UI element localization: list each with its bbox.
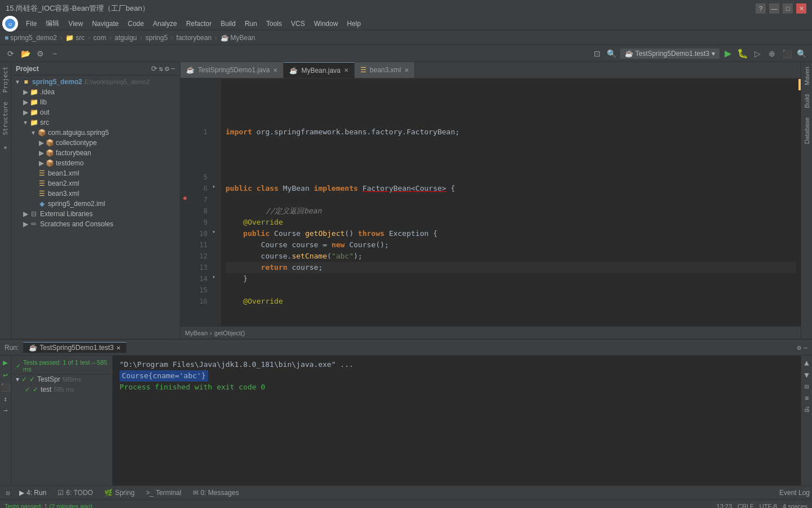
breadcrumb-com[interactable]: com	[93, 34, 106, 42]
run-tree-root[interactable]: ▾ ✓ ✓ TestSpr 585ms	[11, 374, 112, 384]
debug-button[interactable]: 🐛	[736, 47, 749, 60]
tab-bean3xml[interactable]: ☰ bean3.xml ✕	[355, 62, 415, 78]
tree-collectiontype[interactable]: ▶ 📦 collectiontype	[11, 138, 180, 148]
filter-icon[interactable]: ⊟	[805, 383, 809, 391]
breadcrumb-atguigu[interactable]: atguigu	[114, 34, 136, 42]
strip-icon[interactable]: ⊡	[6, 489, 10, 497]
indent-setting[interactable]: 4 spaces	[783, 503, 807, 509]
align-icon[interactable]: ≡	[805, 394, 809, 402]
favorites-icon[interactable]: ★	[1, 142, 10, 154]
run-configuration[interactable]: ☕ TestSpring5Demo1.test3 ▾	[620, 49, 720, 59]
coverage-button[interactable]: ▷	[751, 47, 764, 60]
tab-terminal[interactable]: >_ Terminal	[140, 488, 187, 498]
tab-mybean[interactable]: ☕ MyBean.java ✕	[284, 62, 354, 78]
menu-edit[interactable]: 编辑	[41, 17, 64, 29]
expand-all-icon[interactable]: ⇅	[159, 64, 164, 73]
code-editor-content[interactable]: import org.springframework.beans.factory…	[221, 79, 801, 326]
maven-icon[interactable]: Maven	[802, 64, 811, 87]
tab-spring[interactable]: 🌿 Spring	[99, 488, 140, 498]
breadcrumb-root[interactable]: ■ spring5_demo2	[5, 34, 57, 42]
menu-file[interactable]: File	[21, 19, 41, 29]
expand-button[interactable]: ⊡	[591, 47, 603, 60]
menu-refactor[interactable]: Refactor	[182, 19, 216, 29]
run-button[interactable]: ▶	[722, 47, 734, 60]
print-icon[interactable]: 🖨	[804, 405, 810, 413]
tree-ext-libs[interactable]: ▶ ⊟ External Libraries	[11, 209, 180, 219]
tree-idea[interactable]: ▶ 📁 .idea	[11, 87, 180, 97]
minus-button[interactable]: −	[48, 47, 61, 60]
run-settings-icon[interactable]: ⚙	[797, 344, 801, 352]
tree-bean1xml[interactable]: ▶ ☰ bean1.xml	[11, 168, 180, 178]
menu-window[interactable]: Window	[310, 19, 343, 29]
tab-testspring5[interactable]: ☕ TestSpring5Demo1.java ✕	[180, 62, 284, 78]
menu-navigate[interactable]: Navigate	[87, 19, 123, 29]
sync-button[interactable]: ⟳	[5, 47, 17, 60]
tree-factorybean[interactable]: ▶ 📦 factorybean	[11, 148, 180, 158]
breadcrumb-mybean[interactable]: ☕MyBean	[220, 34, 255, 42]
tree-root[interactable]: ▾ ■ spring5_demo2 E:\work\spring5_demo2	[11, 77, 180, 87]
breadcrumb-factorybean[interactable]: factorybean	[176, 34, 212, 42]
menu-help[interactable]: Help	[342, 19, 365, 29]
build-icon[interactable]: Build	[802, 92, 811, 110]
search-everywhere[interactable]: 🔍	[795, 47, 807, 60]
tab-todo[interactable]: ☑ 6: TODO	[52, 488, 99, 498]
minimize-button[interactable]: —	[769, 3, 779, 14]
menu-build[interactable]: Build	[216, 19, 240, 29]
run-stop-icon[interactable]: ⬛	[1, 383, 10, 392]
project-icon[interactable]: Project	[1, 64, 10, 95]
tab-messages[interactable]: ✉ 0: Messages	[187, 488, 245, 498]
settings-panel-icon[interactable]: ⚙	[165, 64, 169, 73]
code-area[interactable]: ● 1 5 6	[180, 79, 801, 326]
close-tab1[interactable]: ✕	[273, 67, 277, 73]
maximize-button[interactable]: □	[783, 3, 793, 14]
run-sort-icon[interactable]: ↕	[3, 395, 7, 403]
menu-code[interactable]: Code	[123, 19, 149, 29]
menu-analyze[interactable]: Analyze	[148, 19, 182, 29]
tree-src[interactable]: ▾ 📁 src	[11, 117, 180, 128]
breadcrumb-src[interactable]: 📁src	[65, 34, 85, 42]
bc-getobject[interactable]: getObject()	[214, 330, 245, 336]
run-rerun-icon[interactable]: ↩	[3, 370, 7, 379]
tree-lib[interactable]: ▶ 📁 lib	[11, 97, 180, 107]
tree-bean3xml[interactable]: ▶ ☰ bean3.xml	[11, 189, 180, 199]
scroll-down-icon[interactable]: ▼	[804, 370, 809, 379]
close-button[interactable]: ✕	[796, 3, 806, 14]
tree-iml[interactable]: ▶ ◆ spring5_demo2.iml	[11, 199, 180, 209]
menu-view[interactable]: View	[64, 19, 87, 29]
encoding[interactable]: UTF-8	[760, 503, 777, 509]
run-scroll-icon[interactable]: →	[3, 406, 7, 414]
run-tree-test[interactable]: ✓ ✓ test 585 ms	[11, 384, 112, 395]
line-separator[interactable]: CRLF	[738, 503, 754, 509]
breadcrumb-spring5[interactable]: spring5	[145, 34, 167, 42]
folder-button[interactable]: 📂	[19, 47, 32, 60]
code-line-blank7	[226, 160, 796, 172]
sync-panel-icon[interactable]: ⟳	[151, 64, 157, 73]
help-button[interactable]: ?	[756, 3, 766, 14]
tree-testdemo[interactable]: ▶ 📦 testdemo	[11, 158, 180, 168]
scroll-up-icon[interactable]: ▲	[804, 358, 809, 367]
main-area: Project Structure ★ Project ⟳ ⇅ ⚙ − ▾ ■ …	[0, 62, 812, 339]
tree-bean2xml[interactable]: ▶ ☰ bean2.xml	[11, 178, 180, 189]
tree-scratches[interactable]: ▶ ✏ Scratches and Consoles	[11, 219, 180, 229]
tree-out[interactable]: ▶ 📁 out	[11, 107, 180, 117]
close-tab3[interactable]: ✕	[404, 67, 409, 73]
event-log-link[interactable]: Event Log	[779, 489, 810, 497]
profile-button[interactable]: ⊕	[766, 47, 778, 60]
run-play-icon[interactable]: ▶	[3, 358, 7, 367]
close-panel-icon[interactable]: −	[171, 64, 175, 73]
search-button-toolbar[interactable]: 🔍	[606, 47, 618, 60]
menu-run[interactable]: Run	[240, 19, 262, 29]
run-tab-active[interactable]: ☕ TestSpring5Demo1.test3 ✕	[23, 342, 126, 353]
bc-mybean[interactable]: MyBean	[185, 330, 208, 336]
menu-vcs[interactable]: VCS	[286, 19, 310, 29]
settings-button[interactable]: ⚙	[34, 47, 46, 60]
tab-run[interactable]: ▶ 4: Run	[14, 488, 52, 498]
menu-tools[interactable]: Tools	[262, 19, 286, 29]
structure-icon[interactable]: Structure	[1, 99, 10, 138]
run-tab-close[interactable]: ✕	[116, 345, 121, 351]
stop-button[interactable]: ⬛	[780, 47, 793, 60]
close-tab2[interactable]: ✕	[344, 67, 348, 73]
database-icon[interactable]: Database	[802, 115, 811, 146]
tree-package[interactable]: ▾ 📦 com.atguigu.spring5	[11, 128, 180, 138]
run-minimize-icon[interactable]: −	[804, 344, 807, 352]
